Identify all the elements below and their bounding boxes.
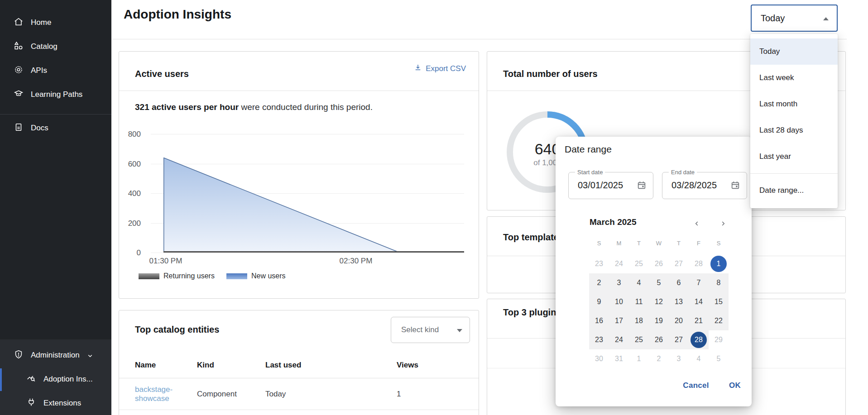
calendar-day-cell[interactable]: 22 bbox=[709, 311, 729, 330]
calendar-day[interactable]: 17 bbox=[611, 313, 627, 329]
start-date-field[interactable]: Start date 03/01/2025 bbox=[568, 172, 653, 199]
menu-item[interactable]: Today bbox=[750, 38, 838, 65]
export-csv-button[interactable]: Export CSV bbox=[414, 63, 466, 74]
calendar-day-cell[interactable]: 18 bbox=[629, 311, 649, 330]
calendar-day-cell[interactable]: 20 bbox=[669, 311, 689, 330]
calendar-day-cell[interactable]: 19 bbox=[649, 311, 669, 330]
sidebar-item-learning-paths[interactable]: Learning Paths bbox=[0, 85, 111, 105]
calendar-day-cell[interactable]: 27 bbox=[669, 330, 689, 349]
menu-item[interactable]: Last week bbox=[750, 65, 838, 91]
calendar-day-cell[interactable]: 11 bbox=[629, 292, 649, 311]
calendar-day[interactable]: 26 bbox=[651, 256, 667, 272]
calendar-day[interactable]: 31 bbox=[611, 351, 627, 367]
date-range-select[interactable]: Today bbox=[751, 5, 838, 32]
calendar-day-cell[interactable]: 26 bbox=[649, 330, 669, 349]
calendar-day[interactable]: 15 bbox=[710, 294, 727, 310]
calendar-next-button[interactable] bbox=[718, 218, 729, 229]
calendar-day[interactable]: 4 bbox=[631, 275, 647, 291]
sidebar-item-home[interactable]: Home bbox=[0, 13, 111, 33]
calendar-day[interactable]: 30 bbox=[591, 351, 607, 367]
calendar-day[interactable]: 2 bbox=[591, 275, 607, 291]
calendar-day[interactable]: 10 bbox=[611, 294, 627, 310]
menu-item[interactable]: Last year bbox=[750, 143, 838, 170]
calendar-day[interactable]: 12 bbox=[651, 294, 667, 310]
calendar-day[interactable]: 25 bbox=[631, 332, 647, 348]
calendar-day[interactable]: 5 bbox=[651, 275, 667, 291]
calendar-day-cell[interactable]: 24 bbox=[609, 254, 629, 273]
calendar-day-cell[interactable]: 25 bbox=[629, 254, 649, 273]
calendar-day-cell[interactable]: 21 bbox=[689, 311, 709, 330]
calendar-day-cell[interactable]: 10 bbox=[609, 292, 629, 311]
sidebar-item-adoption-insights[interactable]: Adoption Ins... bbox=[0, 369, 111, 389]
calendar-day[interactable]: 7 bbox=[691, 275, 707, 291]
menu-item-date-range[interactable]: Date range... bbox=[750, 177, 838, 204]
calendar-day[interactable]: 24 bbox=[611, 332, 627, 348]
calendar-day-cell[interactable]: 15 bbox=[709, 292, 729, 311]
calendar-day[interactable]: 27 bbox=[671, 332, 687, 348]
end-date-field[interactable]: End date 03/28/2025 bbox=[662, 172, 747, 199]
calendar-day-cell[interactable]: 5 bbox=[709, 349, 729, 368]
calendar-day[interactable]: 27 bbox=[671, 256, 687, 272]
calendar-day[interactable]: 2 bbox=[651, 351, 667, 367]
calendar-icon[interactable] bbox=[637, 180, 647, 192]
calendar-day-selected[interactable]: 1 bbox=[710, 256, 727, 272]
calendar-day[interactable]: 29 bbox=[710, 332, 727, 348]
calendar-day[interactable]: 26 bbox=[651, 332, 667, 348]
calendar-prev-button[interactable] bbox=[691, 218, 702, 229]
sidebar-item-extensions[interactable]: Extensions bbox=[0, 393, 111, 413]
calendar-day-cell[interactable]: 23 bbox=[589, 254, 609, 273]
calendar-day-cell[interactable]: 1 bbox=[629, 349, 649, 368]
calendar-day-cell[interactable]: 2 bbox=[649, 349, 669, 368]
calendar-day-selected[interactable]: 28 bbox=[691, 332, 707, 348]
calendar-day-cell[interactable]: 13 bbox=[669, 292, 689, 311]
calendar-day[interactable]: 28 bbox=[691, 256, 707, 272]
calendar-day[interactable]: 5 bbox=[710, 351, 727, 367]
calendar-day[interactable]: 18 bbox=[631, 313, 647, 329]
calendar-day-cell[interactable]: 2 bbox=[589, 273, 609, 292]
entity-link[interactable]: backstage-showcase bbox=[135, 385, 197, 403]
calendar-day[interactable]: 16 bbox=[591, 313, 607, 329]
calendar-day-cell[interactable]: 31 bbox=[609, 349, 629, 368]
ok-button[interactable]: OK bbox=[729, 381, 741, 390]
menu-item[interactable]: Last month bbox=[750, 91, 838, 117]
calendar-day-cell[interactable]: 27 bbox=[669, 254, 689, 273]
sidebar-item-administration[interactable]: Administration bbox=[0, 345, 111, 365]
sidebar-item-catalog[interactable]: Catalog bbox=[0, 37, 111, 57]
calendar-day-cell[interactable]: 1 bbox=[709, 254, 729, 273]
calendar-day-cell[interactable]: 24 bbox=[609, 330, 629, 349]
chevron-down-icon[interactable] bbox=[86, 352, 94, 362]
sidebar-item-apis[interactable]: APIs bbox=[0, 61, 111, 81]
calendar-day[interactable]: 4 bbox=[691, 351, 707, 367]
calendar-day[interactable]: 23 bbox=[591, 332, 607, 348]
calendar-day[interactable]: 19 bbox=[651, 313, 667, 329]
calendar-day[interactable]: 24 bbox=[611, 256, 627, 272]
calendar-day[interactable]: 22 bbox=[710, 313, 727, 329]
calendar-day[interactable]: 20 bbox=[671, 313, 687, 329]
calendar-day-cell[interactable]: 29 bbox=[709, 330, 729, 349]
calendar-day-cell[interactable]: 16 bbox=[589, 311, 609, 330]
calendar-day-cell[interactable]: 9 bbox=[589, 292, 609, 311]
calendar-day-cell[interactable]: 12 bbox=[649, 292, 669, 311]
calendar-day-cell[interactable]: 26 bbox=[649, 254, 669, 273]
select-kind-dropdown[interactable]: Select kind bbox=[391, 317, 470, 343]
calendar-day[interactable]: 9 bbox=[591, 294, 607, 310]
menu-item[interactable]: Last 28 days bbox=[750, 117, 838, 143]
calendar-day[interactable]: 3 bbox=[611, 275, 627, 291]
calendar-day-cell[interactable]: 17 bbox=[609, 311, 629, 330]
calendar-day-cell[interactable]: 3 bbox=[609, 273, 629, 292]
calendar-day[interactable]: 13 bbox=[671, 294, 687, 310]
calendar-day[interactable]: 3 bbox=[671, 351, 687, 367]
calendar-day[interactable]: 25 bbox=[631, 256, 647, 272]
calendar-icon[interactable] bbox=[730, 180, 740, 192]
calendar-day-cell[interactable]: 7 bbox=[689, 273, 709, 292]
calendar-day-cell[interactable]: 23 bbox=[589, 330, 609, 349]
calendar-day-cell[interactable]: 4 bbox=[689, 349, 709, 368]
calendar-day-cell[interactable]: 3 bbox=[669, 349, 689, 368]
calendar-day-cell[interactable]: 28 bbox=[689, 254, 709, 273]
calendar-day[interactable]: 21 bbox=[691, 313, 707, 329]
calendar-day-cell[interactable]: 14 bbox=[689, 292, 709, 311]
calendar-day-cell[interactable]: 8 bbox=[709, 273, 729, 292]
calendar-day[interactable]: 8 bbox=[710, 275, 727, 291]
calendar-day[interactable]: 6 bbox=[671, 275, 687, 291]
sidebar-item-docs[interactable]: Docs bbox=[0, 118, 111, 138]
